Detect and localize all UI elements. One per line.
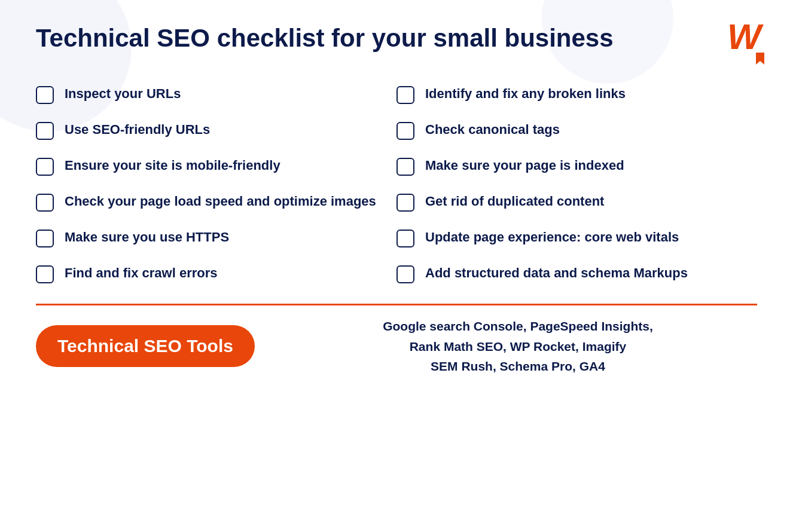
item-text-6: Find and fix crawl errors [65, 264, 218, 282]
list-item: Make sure your page is indexed [396, 148, 757, 184]
checkbox-11[interactable] [396, 230, 414, 247]
badge-label: Technical SEO Tools [57, 336, 233, 356]
footer: Technical SEO Tools Google search Consol… [36, 305, 757, 377]
item-text-8: Check canonical tags [425, 121, 560, 139]
item-text-3: Ensure your site is mobile-friendly [65, 157, 280, 175]
technical-seo-tools-badge: Technical SEO Tools [36, 325, 255, 367]
list-item: Inspect your URLs [36, 77, 396, 112]
list-item: Update page experience: core web vitals [396, 220, 757, 256]
checklist-right-column: Identify and fix any broken links Check … [396, 77, 757, 292]
list-item: Get rid of duplicated content [396, 184, 757, 220]
item-text-10: Get rid of duplicated content [425, 192, 604, 210]
main-title: Technical SEO checklist for your small b… [36, 24, 757, 53]
checklist-left-column: Inspect your URLs Use SEO-friendly URLs … [36, 77, 396, 292]
list-item: Identify and fix any broken links [396, 77, 757, 112]
item-text-4: Check your page load speed and optimize … [65, 192, 376, 210]
item-text-11: Update page experience: core web vitals [425, 228, 679, 246]
list-item: Ensure your site is mobile-friendly [36, 148, 396, 184]
checkbox-6[interactable] [36, 265, 54, 283]
logo: W [727, 12, 769, 68]
checkbox-1[interactable] [36, 86, 54, 104]
tools-list: Google search Console, PageSpeed Insight… [279, 316, 757, 377]
checklist-area: Inspect your URLs Use SEO-friendly URLs … [36, 77, 757, 292]
list-item: Check your page load speed and optimize … [36, 184, 396, 220]
tools-line-3: SEM Rush, Schema Pro, GA4 [431, 359, 605, 373]
list-item: Find and fix crawl errors [36, 256, 396, 292]
list-item: Add structured data and schema Markups [396, 256, 757, 292]
tools-line-2: Rank Math SEO, WP Rocket, Imagify [410, 340, 627, 353]
checkbox-9[interactable] [396, 158, 414, 176]
checkbox-7[interactable] [396, 86, 414, 104]
checkbox-8[interactable] [396, 122, 414, 140]
svg-text:W: W [727, 17, 764, 57]
list-item: Check canonical tags [396, 112, 757, 148]
item-text-9: Make sure your page is indexed [425, 157, 624, 175]
checkbox-3[interactable] [36, 158, 54, 176]
item-text-7: Identify and fix any broken links [425, 85, 626, 103]
item-text-1: Inspect your URLs [65, 85, 181, 103]
tools-line-1: Google search Console, PageSpeed Insight… [383, 319, 653, 333]
item-text-2: Use SEO-friendly URLs [65, 121, 210, 139]
list-item: Make sure you use HTTPS [36, 220, 396, 256]
checkbox-5[interactable] [36, 230, 54, 247]
checkbox-2[interactable] [36, 122, 54, 140]
checkbox-10[interactable] [396, 194, 414, 212]
item-text-5: Make sure you use HTTPS [65, 228, 229, 246]
list-item: Use SEO-friendly URLs [36, 112, 396, 148]
svg-marker-1 [756, 53, 764, 65]
checkbox-4[interactable] [36, 194, 54, 212]
item-text-12: Add structured data and schema Markups [425, 264, 688, 282]
checkbox-12[interactable] [396, 265, 414, 283]
